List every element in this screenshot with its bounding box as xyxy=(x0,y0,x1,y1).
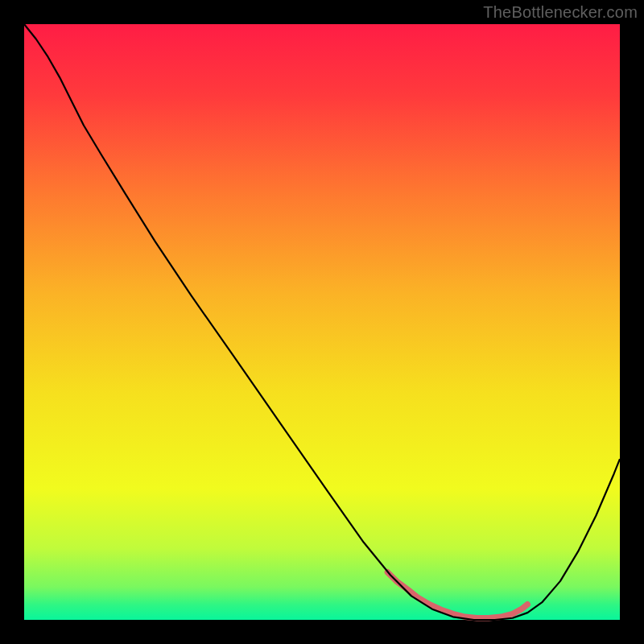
watermark-text: TheBottlenecker.com xyxy=(483,3,638,22)
plot-area xyxy=(24,24,620,620)
bottleneck-curve xyxy=(24,24,620,620)
curve-layer xyxy=(24,24,620,620)
highlight-band xyxy=(387,572,527,618)
chart-frame: TheBottlenecker.com xyxy=(0,0,644,644)
